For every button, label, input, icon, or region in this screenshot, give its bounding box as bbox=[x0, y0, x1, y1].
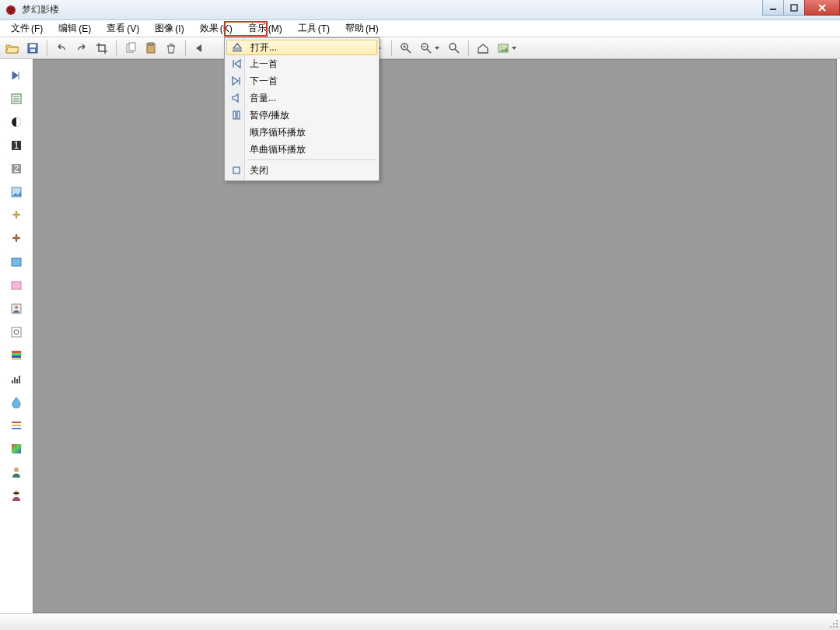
svg-rect-48 bbox=[12, 355, 21, 358]
minimize-button[interactable] bbox=[762, 0, 784, 16]
side-toolbar: 1 2 bbox=[3, 60, 30, 503]
svg-point-3 bbox=[10, 10, 12, 12]
svg-rect-40 bbox=[12, 258, 21, 266]
svg-rect-12 bbox=[129, 43, 135, 51]
menu-view[interactable]: 查看(V) bbox=[99, 20, 147, 37]
menu-effect[interactable]: 效果(K) bbox=[192, 20, 240, 37]
side-adjust-button[interactable] bbox=[9, 324, 24, 340]
menu-image[interactable]: 图像(I) bbox=[147, 20, 191, 37]
statusbar bbox=[0, 613, 840, 630]
zoom-out-dropdown[interactable] bbox=[417, 39, 443, 58]
redo-button[interactable] bbox=[72, 39, 91, 58]
side-portrait-button[interactable] bbox=[9, 301, 24, 317]
prev-track-icon bbox=[226, 58, 247, 69]
side-sparkle2-button[interactable] bbox=[9, 231, 24, 247]
svg-point-25 bbox=[501, 46, 503, 48]
eject-icon bbox=[227, 42, 247, 53]
menu-tools[interactable]: 工具(T) bbox=[290, 20, 338, 37]
svg-point-1 bbox=[9, 7, 10, 9]
side-gradient-button[interactable] bbox=[9, 441, 24, 457]
svg-rect-51 bbox=[14, 377, 16, 383]
maximize-button[interactable] bbox=[783, 0, 805, 16]
svg-rect-5 bbox=[791, 5, 797, 11]
image-dropdown[interactable] bbox=[494, 39, 520, 58]
menu-music[interactable]: 音乐(M) bbox=[240, 20, 290, 37]
svg-point-61 bbox=[833, 623, 835, 625]
menu-edit[interactable]: 编辑(E) bbox=[51, 20, 99, 37]
svg-point-0 bbox=[6, 5, 16, 15]
dropdown-item-pauseplay[interactable]: 暂停/播放 bbox=[226, 107, 377, 124]
svg-line-20 bbox=[427, 49, 431, 53]
svg-rect-41 bbox=[12, 282, 21, 289]
dropdown-item-volume[interactable]: 音量... bbox=[226, 89, 377, 107]
svg-rect-44 bbox=[12, 327, 21, 337]
pause-icon bbox=[226, 110, 247, 121]
menu-file[interactable]: 文件(F) bbox=[3, 20, 51, 37]
svg-point-43 bbox=[15, 306, 18, 309]
toolbar-separator bbox=[116, 40, 117, 56]
menubar: 文件(F) 编辑(E) 查看(V) 图像(I) 效果(K) 音乐(M) 工具(T… bbox=[0, 20, 840, 37]
zoom-in-button[interactable] bbox=[397, 39, 415, 58]
side-contrast-button[interactable] bbox=[9, 114, 24, 130]
toolbar-separator bbox=[468, 40, 469, 56]
crop-button[interactable] bbox=[93, 39, 111, 58]
menu-help[interactable]: 帮助(H) bbox=[338, 20, 387, 37]
side-two-button[interactable]: 2 bbox=[9, 161, 24, 177]
dropdown-item-prev[interactable]: 上一首 bbox=[226, 55, 377, 72]
dropdown-item-next[interactable]: 下一首 bbox=[226, 72, 377, 89]
svg-rect-52 bbox=[16, 379, 18, 383]
side-photo-button[interactable] bbox=[9, 254, 24, 270]
toolbar-separator bbox=[391, 40, 392, 56]
side-one-button[interactable]: 1 bbox=[9, 138, 24, 153]
svg-point-58 bbox=[14, 467, 19, 472]
copy-button[interactable] bbox=[121, 39, 140, 58]
undo-button[interactable] bbox=[52, 39, 71, 58]
svg-rect-46 bbox=[12, 351, 21, 353]
app-icon bbox=[5, 4, 17, 16]
svg-rect-53 bbox=[19, 376, 20, 383]
delete-button[interactable] bbox=[162, 39, 180, 58]
side-person2-button[interactable] bbox=[9, 488, 24, 503]
side-list-button[interactable] bbox=[9, 91, 24, 107]
home-button[interactable] bbox=[474, 39, 492, 58]
side-sparkle-button[interactable] bbox=[9, 208, 24, 223]
dropdown-item-close[interactable]: 关闭 bbox=[226, 162, 377, 179]
close-button[interactable] bbox=[804, 0, 840, 16]
save-button[interactable] bbox=[23, 39, 42, 58]
svg-point-22 bbox=[450, 44, 456, 50]
side-skip-button[interactable] bbox=[9, 68, 24, 83]
dropdown-item-open[interactable]: 打开... bbox=[226, 40, 377, 55]
app-title: 梦幻影楼 bbox=[22, 3, 59, 16]
workspace bbox=[33, 59, 837, 613]
resize-grip[interactable] bbox=[828, 618, 838, 628]
side-picture-button[interactable] bbox=[9, 184, 24, 200]
toolbar-separator bbox=[185, 40, 186, 56]
side-droplet-button[interactable] bbox=[9, 394, 24, 410]
svg-rect-26 bbox=[233, 111, 236, 119]
svg-rect-10 bbox=[30, 49, 35, 52]
dropdown-item-loop-one[interactable]: 单曲循环播放 bbox=[226, 141, 377, 158]
prev-button[interactable] bbox=[191, 39, 209, 58]
paste-button[interactable] bbox=[142, 39, 160, 58]
titlebar: 梦幻影楼 bbox=[0, 0, 840, 20]
toolbar-separator bbox=[47, 40, 47, 56]
svg-rect-14 bbox=[149, 43, 153, 45]
svg-rect-27 bbox=[237, 111, 240, 119]
side-pink-button[interactable] bbox=[9, 278, 24, 293]
side-levels-button[interactable] bbox=[9, 371, 24, 387]
stop-icon bbox=[226, 165, 247, 176]
svg-point-39 bbox=[14, 190, 16, 192]
side-lines-button[interactable] bbox=[9, 418, 24, 433]
music-dropdown: 打开... 上一首 下一首 音量... 暂停/播放 顺序循环播放 单曲循环播放 … bbox=[224, 37, 380, 181]
dropdown-separator bbox=[248, 159, 376, 160]
svg-rect-57 bbox=[12, 444, 21, 453]
dropdown-item-loop-all[interactable]: 顺序循环播放 bbox=[226, 124, 377, 141]
open-button[interactable] bbox=[3, 39, 22, 58]
zoom-reset-button[interactable] bbox=[445, 39, 464, 58]
svg-rect-50 bbox=[12, 380, 13, 383]
side-rainbow-button[interactable] bbox=[9, 348, 24, 363]
svg-rect-9 bbox=[30, 44, 36, 47]
next-track-icon bbox=[226, 75, 247, 86]
svg-point-65 bbox=[836, 626, 838, 628]
side-person1-button[interactable] bbox=[9, 464, 24, 480]
